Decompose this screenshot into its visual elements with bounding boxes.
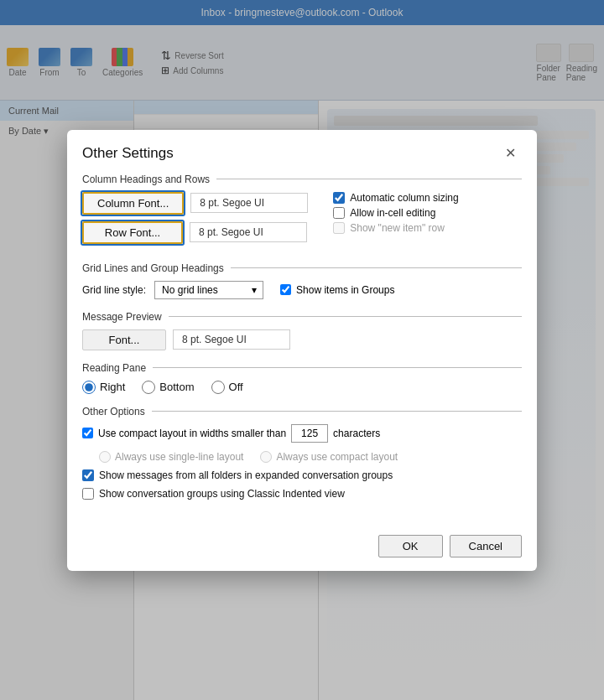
compact-always-label: Always use compact layout bbox=[276, 451, 398, 463]
preview-font-button[interactable]: Font... bbox=[82, 329, 166, 350]
pane-bottom-radio[interactable] bbox=[142, 381, 155, 394]
cancel-button[interactable]: Cancel bbox=[450, 535, 522, 557]
auto-sizing-row: Automatic column sizing bbox=[333, 192, 522, 204]
other-options-section: Other Options Use compact layout in widt… bbox=[82, 406, 522, 500]
show-conversation-row: Show conversation groups using Classic I… bbox=[82, 488, 522, 500]
column-headings-label: Column Headings and Rows bbox=[82, 174, 522, 185]
show-groups-checkbox[interactable] bbox=[280, 284, 291, 295]
compact-layout-before-label: Use compact layout in widths smaller tha… bbox=[98, 428, 286, 439]
show-groups-row: Show items in Groups bbox=[280, 284, 394, 296]
auto-sizing-checkbox[interactable] bbox=[333, 192, 345, 204]
reading-pane-section: Reading Pane Right Bottom Off bbox=[82, 362, 522, 394]
grid-lines-label: Grid Lines and Group Headings bbox=[82, 262, 522, 274]
grid-line-style-label: Grid line style: bbox=[82, 284, 146, 296]
other-options-group: Use compact layout in widths smaller tha… bbox=[82, 424, 522, 500]
compact-layout-checkbox[interactable] bbox=[82, 428, 93, 438]
preview-row: Font... 8 pt. Segoe UI bbox=[82, 329, 522, 350]
compact-always-row: Always use compact layout bbox=[260, 451, 398, 463]
dialog-title: Other Settings bbox=[82, 145, 174, 162]
allow-editing-checkbox[interactable] bbox=[333, 207, 345, 219]
reading-pane-off-row: Off bbox=[211, 381, 243, 394]
preview-font-label: Font... bbox=[109, 334, 140, 346]
font-buttons-col: Column Font... 8 pt. Segoe UI Row Font..… bbox=[82, 192, 308, 251]
ok-button[interactable]: OK bbox=[378, 535, 443, 557]
pane-right-label: Right bbox=[100, 381, 125, 393]
compact-layout-after-label: characters bbox=[333, 428, 380, 439]
pane-off-label: Off bbox=[229, 381, 243, 393]
grid-line-select[interactable]: No grid lines Small Medium Large bbox=[154, 281, 263, 299]
column-headings-section: Column Headings and Rows Column Font... … bbox=[82, 174, 522, 251]
reading-pane-section-label: Reading Pane bbox=[82, 362, 522, 374]
show-new-item-label: Show "new item" row bbox=[350, 222, 445, 234]
compact-layout-row: Use compact layout in widths smaller tha… bbox=[82, 424, 522, 443]
other-options-label: Other Options bbox=[82, 406, 522, 417]
modal-overlay: Other Settings ✕ Column Headings and Row… bbox=[0, 0, 604, 700]
reading-pane-right-row: Right bbox=[82, 381, 125, 394]
show-groups-label: Show items in Groups bbox=[296, 284, 394, 296]
compact-layout-value-input[interactable] bbox=[291, 424, 328, 443]
grid-lines-row: Grid line style: No grid lines Small Med… bbox=[82, 281, 522, 299]
dialog-title-bar: Other Settings ✕ bbox=[67, 130, 537, 174]
column-headings-row: Column Font... 8 pt. Segoe UI Row Font..… bbox=[82, 192, 522, 251]
grid-style-row: Grid line style: No grid lines Small Med… bbox=[82, 281, 263, 299]
row-font-button[interactable]: Row Font... bbox=[82, 221, 183, 244]
column-checkboxes-col: Automatic column sizing Allow in-cell ed… bbox=[333, 192, 522, 234]
show-new-item-row: Show "new item" row bbox=[333, 222, 522, 234]
grid-line-select-wrapper: No grid lines Small Medium Large bbox=[154, 281, 263, 299]
column-font-label: Column Font... bbox=[97, 197, 169, 210]
column-font-button[interactable]: Column Font... bbox=[82, 192, 184, 215]
reading-pane-bottom-row: Bottom bbox=[142, 381, 194, 394]
sub-layout-options: Always use single-line layout Always use… bbox=[99, 451, 522, 463]
row-font-label: Row Font... bbox=[105, 226, 160, 239]
row-font-value: 8 pt. Segoe UI bbox=[190, 222, 307, 242]
show-new-item-checkbox[interactable] bbox=[333, 222, 345, 234]
auto-sizing-label: Automatic column sizing bbox=[350, 192, 458, 204]
row-font-row: Row Font... 8 pt. Segoe UI bbox=[82, 221, 308, 244]
show-conversation-checkbox[interactable] bbox=[82, 488, 94, 500]
allow-editing-label: Allow in-cell editing bbox=[350, 207, 435, 219]
reading-pane-radio-group: Right Bottom Off bbox=[82, 381, 522, 394]
pane-bottom-label: Bottom bbox=[159, 381, 194, 393]
dialog-close-button[interactable]: ✕ bbox=[498, 142, 522, 165]
show-messages-row: Show messages from all folders in expand… bbox=[82, 469, 522, 481]
single-line-row: Always use single-line layout bbox=[99, 451, 243, 463]
show-messages-label: Show messages from all folders in expand… bbox=[99, 469, 393, 481]
message-preview-label: Message Preview bbox=[82, 311, 522, 323]
column-font-value: 8 pt. Segoe UI bbox=[190, 193, 308, 213]
dialog-body: Column Headings and Rows Column Font... … bbox=[67, 174, 537, 526]
pane-off-radio[interactable] bbox=[211, 381, 225, 394]
compact-always-radio[interactable] bbox=[260, 451, 272, 463]
show-messages-checkbox[interactable] bbox=[82, 469, 94, 481]
other-settings-dialog: Other Settings ✕ Column Headings and Row… bbox=[67, 130, 537, 571]
dialog-footer: OK Cancel bbox=[67, 526, 537, 571]
single-line-radio[interactable] bbox=[99, 451, 111, 463]
grid-lines-section: Grid Lines and Group Headings Grid line … bbox=[82, 262, 522, 299]
column-font-row: Column Font... 8 pt. Segoe UI bbox=[82, 192, 308, 215]
single-line-label: Always use single-line layout bbox=[115, 451, 243, 463]
pane-right-radio[interactable] bbox=[82, 381, 96, 394]
message-preview-section: Message Preview Font... 8 pt. Segoe UI bbox=[82, 311, 522, 350]
show-conversation-label: Show conversation groups using Classic I… bbox=[99, 488, 345, 500]
allow-editing-row: Allow in-cell editing bbox=[333, 207, 522, 219]
preview-font-value: 8 pt. Segoe UI bbox=[173, 329, 290, 350]
